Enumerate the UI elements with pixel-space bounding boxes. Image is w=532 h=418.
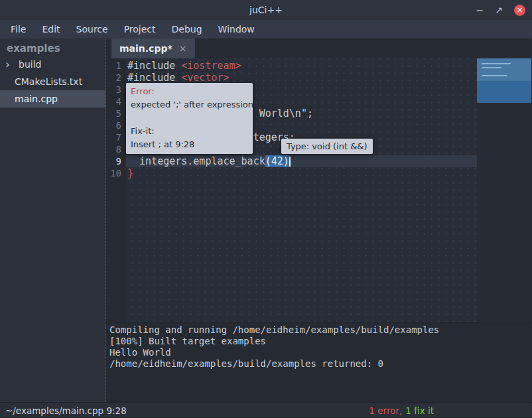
jucipp-window: juCi++ − ↗ × FileEditSourceProjectDebugW… [0,0,532,418]
code-segment: integers.emplace_back [127,155,265,167]
sidebar-item-build[interactable]: ›build [0,56,105,73]
main-area: examples ›buildCMakeLists.txtmain.cpp ma… [0,38,532,402]
console-line: /home/eidheim/examples/build/examples re… [109,358,528,370]
restore-icon[interactable]: ↗ [495,5,503,15]
tabbar: main.cpp* × [106,38,531,58]
line-number: 4 [106,96,126,107]
minimap[interactable] [477,58,531,103]
menu-source[interactable]: Source [68,20,116,38]
diagnostic-tooltip: Error: expected ';' after expression: Fi… [126,83,253,154]
status-file-path: ~/examples/main.cpp 9:28 [5,405,127,416]
titlebar[interactable]: juCi++ − ↗ × [0,0,532,20]
statusbar: ~/examples/main.cpp 9:28 1 error,1 fix i… [0,402,532,418]
minimap-code-line [482,67,501,68]
menubar: FileEditSourceProjectDebugWindow [0,20,532,38]
window-controls: − ↗ × [476,0,525,20]
project-name: examples [0,38,105,56]
line-number: 9 [106,155,126,167]
code-segment: #include [127,72,181,84]
tab-main-cpp[interactable]: main.cpp* × [111,38,195,58]
line-number: 6 [106,119,126,131]
file-tree: ›buildCMakeLists.txtmain.cpp [0,56,105,107]
tooltip-line: Fix-it: [131,125,248,138]
menu-file[interactable]: File [3,20,34,38]
code-line-1[interactable]: #include <iostream> [126,60,477,72]
code-segment: (42) [265,155,289,167]
code-line-9[interactable]: integers.emplace_back(42) [126,155,477,167]
code-segment: <vector> [181,72,229,84]
tab-close-icon[interactable]: × [179,43,187,54]
console-line: Compiling and running /home/eidheim/exam… [109,324,528,336]
code-line-10[interactable]: } [126,167,477,179]
code-segment: #include [127,60,181,72]
overview-column [477,58,531,322]
tree-item-label: build [19,59,41,70]
line-number: 2 [106,72,126,84]
menu-edit[interactable]: Edit [34,20,68,38]
tooltip-line: expected ';' after expression: [131,98,248,111]
close-icon[interactable]: × [514,5,525,16]
line-number: 7 [106,131,126,143]
line-number: 3 [106,84,126,96]
diagnostic-tooltip-body: expected ';' after expression: Fix-it:In… [131,98,248,151]
code-segment: <iostream> [181,60,241,72]
chevron-right-icon: › [5,59,19,70]
line-number: 1 [106,60,126,72]
minimize-icon[interactable]: − [476,5,484,15]
sidebar-item-main-cpp[interactable]: main.cpp [0,90,105,107]
sidebar-item-cmakelists-txt[interactable]: CMakeLists.txt [0,73,105,90]
tooltip-error-title: Error: [131,85,248,98]
gutter: 12345678910 [106,58,126,322]
line-number: 8 [106,143,126,155]
console-line: Hello World [109,347,528,358]
file-sidebar: examples ›buildCMakeLists.txtmain.cpp [0,38,106,402]
tree-item-label: CMakeLists.txt [15,76,82,87]
error-count: 1 error, [369,405,402,416]
editor: 12345678910 #include <iostream>#include … [106,58,531,322]
menu-window[interactable]: Window [210,20,263,38]
line-number: 5 [106,107,126,119]
window-title: juCi++ [249,5,283,15]
tooltip-line: Insert ; at 9:28 [131,138,248,151]
menu-project[interactable]: Project [116,20,164,38]
console-output[interactable]: Compiling and running /home/eidheim/exam… [106,322,531,402]
type-tooltip: Type: void (int &&) [281,139,373,154]
text-cursor [289,157,291,167]
tree-item-label: main.cpp [15,94,58,104]
minimap-code-line [482,75,507,76]
console-line: [100%] Built target examples [109,336,528,347]
fixit-count: 1 fix it [405,405,434,416]
tooltip-line [131,111,248,125]
code-line-2[interactable]: #include <vector> [126,72,477,84]
line-number: 10 [106,167,126,179]
menu-debug[interactable]: Debug [164,20,210,38]
code-segment: } [127,167,133,179]
tab-label: main.cpp* [119,43,172,54]
status-diagnostics[interactable]: 1 error,1 fix it [369,405,434,416]
minimap-code-line [482,63,511,64]
editor-column: main.cpp* × 12345678910 #include <iostre… [106,38,531,402]
minimap-viewport [477,58,531,81]
